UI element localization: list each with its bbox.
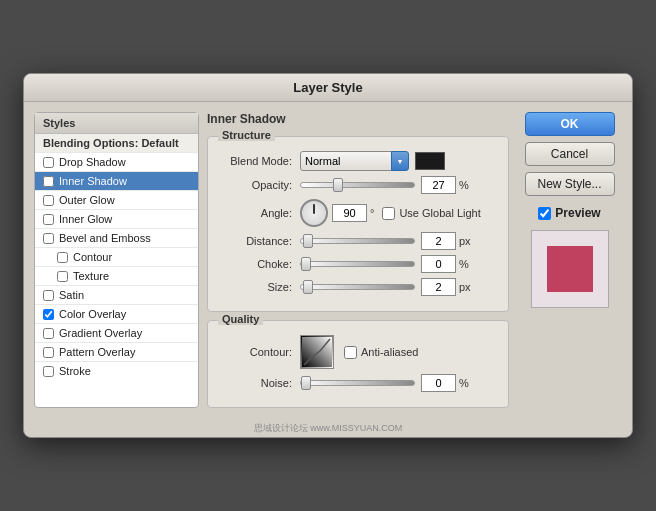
- preview-swatch: [531, 230, 609, 308]
- contour-row-label: Contour:: [220, 346, 292, 358]
- ok-button[interactable]: OK: [525, 112, 615, 136]
- contour-preview[interactable]: [300, 335, 334, 369]
- distance-thumb[interactable]: [303, 234, 313, 248]
- satin-checkbox[interactable]: [43, 290, 54, 301]
- blend-mode-select[interactable]: Normal Multiply Screen Overlay: [300, 151, 405, 171]
- drop-shadow-checkbox[interactable]: [43, 157, 54, 168]
- contour-label: Contour: [73, 251, 112, 263]
- opacity-unit: %: [459, 179, 469, 191]
- color-overlay-label: Color Overlay: [59, 308, 126, 320]
- anti-aliased-label: Anti-aliased: [361, 346, 418, 358]
- stroke-checkbox[interactable]: [43, 366, 54, 377]
- blend-mode-wrapper: Normal Multiply Screen Overlay: [300, 151, 409, 171]
- sidebar-item-texture[interactable]: Texture: [35, 267, 198, 286]
- quality-label: Quality: [218, 313, 263, 325]
- sidebar-item-inner-shadow[interactable]: Inner Shadow: [35, 172, 198, 191]
- use-global-light-checkbox[interactable]: [382, 207, 395, 220]
- sidebar-item-blending-options[interactable]: Blending Options: Default: [35, 134, 198, 153]
- distance-unit: px: [459, 235, 471, 247]
- anti-aliased-checkbox[interactable]: [344, 346, 357, 359]
- color-overlay-checkbox[interactable]: [43, 309, 54, 320]
- choke-label: Choke:: [220, 258, 292, 270]
- sidebar-item-color-overlay[interactable]: Color Overlay: [35, 305, 198, 324]
- use-global-light-label: Use Global Light: [399, 207, 480, 219]
- new-style-button[interactable]: New Style...: [525, 172, 615, 196]
- noise-unit: %: [459, 377, 469, 389]
- inner-shadow-checkbox[interactable]: [43, 176, 54, 187]
- choke-row: Choke: %: [220, 255, 496, 273]
- quality-section: Quality Contour:: [207, 320, 509, 408]
- noise-row: Noise: %: [220, 374, 496, 392]
- anti-aliased-row: Anti-aliased: [344, 346, 418, 359]
- choke-slider[interactable]: [300, 261, 415, 267]
- inner-shadow-label: Inner Shadow: [59, 175, 127, 187]
- action-panel: OK Cancel New Style... Preview: [517, 112, 622, 408]
- angle-label: Angle:: [220, 207, 292, 219]
- global-light-row: Use Global Light: [382, 207, 480, 220]
- sidebar-item-pattern-overlay[interactable]: Pattern Overlay: [35, 343, 198, 362]
- sidebar-item-bevel-emboss[interactable]: Bevel and Emboss: [35, 229, 198, 248]
- structure-section: Structure Blend Mode: Normal Multiply Sc…: [207, 136, 509, 312]
- noise-slider[interactable]: [300, 380, 415, 386]
- sidebar-title: Styles: [35, 113, 198, 134]
- opacity-input[interactable]: [421, 176, 456, 194]
- contour-row: Contour:: [220, 335, 496, 369]
- angle-unit: °: [370, 207, 374, 219]
- watermark: 思域设计论坛 www.MISSYUAN.COM: [24, 418, 632, 437]
- size-input[interactable]: [421, 278, 456, 296]
- outer-glow-label: Outer Glow: [59, 194, 115, 206]
- noise-input[interactable]: [421, 374, 456, 392]
- layer-style-dialog: Layer Style Styles Blending Options: Def…: [23, 73, 633, 438]
- choke-input[interactable]: [421, 255, 456, 273]
- distance-row: Distance: px: [220, 232, 496, 250]
- texture-checkbox[interactable]: [57, 271, 68, 282]
- outer-glow-checkbox[interactable]: [43, 195, 54, 206]
- inner-glow-checkbox[interactable]: [43, 214, 54, 225]
- noise-thumb[interactable]: [301, 376, 311, 390]
- preview-color: [547, 246, 593, 292]
- distance-input[interactable]: [421, 232, 456, 250]
- blend-mode-color-swatch[interactable]: [415, 152, 445, 170]
- opacity-label: Opacity:: [220, 179, 292, 191]
- opacity-slider[interactable]: [300, 182, 415, 188]
- cancel-button[interactable]: Cancel: [525, 142, 615, 166]
- preview-checkbox[interactable]: [538, 207, 551, 220]
- blending-options-label: Blending Options: Default: [43, 137, 179, 149]
- texture-label: Texture: [73, 270, 109, 282]
- sidebar-item-inner-glow[interactable]: Inner Glow: [35, 210, 198, 229]
- pattern-overlay-label: Pattern Overlay: [59, 346, 135, 358]
- distance-label: Distance:: [220, 235, 292, 247]
- size-label: Size:: [220, 281, 292, 293]
- sidebar-item-satin[interactable]: Satin: [35, 286, 198, 305]
- angle-dial[interactable]: [300, 199, 328, 227]
- stroke-label: Stroke: [59, 365, 91, 377]
- opacity-row: Opacity: %: [220, 176, 496, 194]
- choke-thumb[interactable]: [301, 257, 311, 271]
- sidebar-item-gradient-overlay[interactable]: Gradient Overlay: [35, 324, 198, 343]
- blend-mode-label: Blend Mode:: [220, 155, 292, 167]
- bevel-emboss-label: Bevel and Emboss: [59, 232, 151, 244]
- drop-shadow-label: Drop Shadow: [59, 156, 126, 168]
- bevel-emboss-checkbox[interactable]: [43, 233, 54, 244]
- distance-slider[interactable]: [300, 238, 415, 244]
- inner-glow-label: Inner Glow: [59, 213, 112, 225]
- sidebar-item-contour[interactable]: Contour: [35, 248, 198, 267]
- noise-label: Noise:: [220, 377, 292, 389]
- size-unit: px: [459, 281, 471, 293]
- pattern-overlay-checkbox[interactable]: [43, 347, 54, 358]
- choke-unit: %: [459, 258, 469, 270]
- opacity-thumb[interactable]: [333, 178, 343, 192]
- gradient-overlay-label: Gradient Overlay: [59, 327, 142, 339]
- dialog-title: Layer Style: [24, 74, 632, 102]
- sidebar-item-outer-glow[interactable]: Outer Glow: [35, 191, 198, 210]
- angle-input[interactable]: [332, 204, 367, 222]
- gradient-overlay-checkbox[interactable]: [43, 328, 54, 339]
- structure-label: Structure: [218, 129, 275, 141]
- satin-label: Satin: [59, 289, 84, 301]
- sidebar-item-drop-shadow[interactable]: Drop Shadow: [35, 153, 198, 172]
- size-thumb[interactable]: [303, 280, 313, 294]
- main-content: Inner Shadow Structure Blend Mode: Norma…: [207, 112, 509, 408]
- size-slider[interactable]: [300, 284, 415, 290]
- sidebar-item-stroke[interactable]: Stroke: [35, 362, 198, 380]
- contour-checkbox[interactable]: [57, 252, 68, 263]
